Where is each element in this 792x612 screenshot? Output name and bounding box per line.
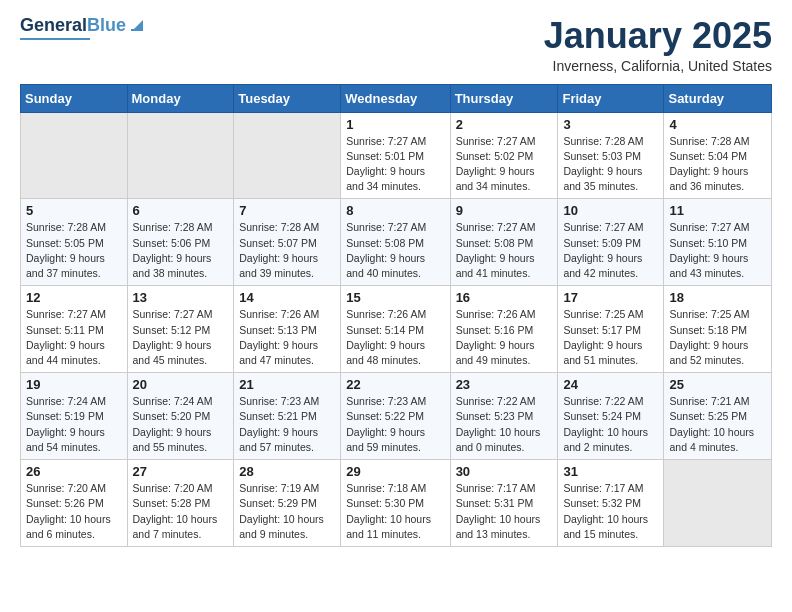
month-title: January 2025 bbox=[544, 16, 772, 56]
day-info: Sunrise: 7:20 AM Sunset: 5:28 PM Dayligh… bbox=[133, 481, 229, 542]
day-number: 1 bbox=[346, 117, 444, 132]
day-info: Sunrise: 7:25 AM Sunset: 5:17 PM Dayligh… bbox=[563, 307, 658, 368]
calendar-cell: 27Sunrise: 7:20 AM Sunset: 5:28 PM Dayli… bbox=[127, 460, 234, 547]
calendar-cell: 9Sunrise: 7:27 AM Sunset: 5:08 PM Daylig… bbox=[450, 199, 558, 286]
calendar-cell: 17Sunrise: 7:25 AM Sunset: 5:17 PM Dayli… bbox=[558, 286, 664, 373]
day-info: Sunrise: 7:27 AM Sunset: 5:01 PM Dayligh… bbox=[346, 134, 444, 195]
calendar-cell: 18Sunrise: 7:25 AM Sunset: 5:18 PM Dayli… bbox=[664, 286, 772, 373]
weekday-sunday: Sunday bbox=[21, 84, 128, 112]
day-info: Sunrise: 7:20 AM Sunset: 5:26 PM Dayligh… bbox=[26, 481, 122, 542]
calendar-cell: 16Sunrise: 7:26 AM Sunset: 5:16 PM Dayli… bbox=[450, 286, 558, 373]
day-number: 29 bbox=[346, 464, 444, 479]
day-info: Sunrise: 7:22 AM Sunset: 5:23 PM Dayligh… bbox=[456, 394, 553, 455]
day-number: 5 bbox=[26, 203, 122, 218]
day-number: 27 bbox=[133, 464, 229, 479]
day-number: 4 bbox=[669, 117, 766, 132]
calendar-week-3: 12Sunrise: 7:27 AM Sunset: 5:11 PM Dayli… bbox=[21, 286, 772, 373]
calendar-cell: 15Sunrise: 7:26 AM Sunset: 5:14 PM Dayli… bbox=[341, 286, 450, 373]
day-number: 20 bbox=[133, 377, 229, 392]
day-info: Sunrise: 7:28 AM Sunset: 5:04 PM Dayligh… bbox=[669, 134, 766, 195]
logo-underline bbox=[20, 38, 90, 40]
day-info: Sunrise: 7:28 AM Sunset: 5:05 PM Dayligh… bbox=[26, 220, 122, 281]
calendar-cell bbox=[664, 460, 772, 547]
day-info: Sunrise: 7:18 AM Sunset: 5:30 PM Dayligh… bbox=[346, 481, 444, 542]
day-number: 9 bbox=[456, 203, 553, 218]
day-number: 18 bbox=[669, 290, 766, 305]
day-number: 25 bbox=[669, 377, 766, 392]
day-info: Sunrise: 7:17 AM Sunset: 5:31 PM Dayligh… bbox=[456, 481, 553, 542]
day-number: 7 bbox=[239, 203, 335, 218]
weekday-header-row: SundayMondayTuesdayWednesdayThursdayFrid… bbox=[21, 84, 772, 112]
calendar-cell: 20Sunrise: 7:24 AM Sunset: 5:20 PM Dayli… bbox=[127, 373, 234, 460]
day-info: Sunrise: 7:22 AM Sunset: 5:24 PM Dayligh… bbox=[563, 394, 658, 455]
day-number: 14 bbox=[239, 290, 335, 305]
day-info: Sunrise: 7:26 AM Sunset: 5:16 PM Dayligh… bbox=[456, 307, 553, 368]
day-info: Sunrise: 7:27 AM Sunset: 5:12 PM Dayligh… bbox=[133, 307, 229, 368]
calendar-table: SundayMondayTuesdayWednesdayThursdayFrid… bbox=[20, 84, 772, 547]
weekday-friday: Friday bbox=[558, 84, 664, 112]
calendar-cell bbox=[21, 112, 128, 199]
calendar-cell: 7Sunrise: 7:28 AM Sunset: 5:07 PM Daylig… bbox=[234, 199, 341, 286]
calendar-cell: 25Sunrise: 7:21 AM Sunset: 5:25 PM Dayli… bbox=[664, 373, 772, 460]
calendar-cell bbox=[234, 112, 341, 199]
day-info: Sunrise: 7:27 AM Sunset: 5:02 PM Dayligh… bbox=[456, 134, 553, 195]
calendar-cell: 1Sunrise: 7:27 AM Sunset: 5:01 PM Daylig… bbox=[341, 112, 450, 199]
day-number: 22 bbox=[346, 377, 444, 392]
svg-marker-0 bbox=[133, 20, 143, 30]
calendar-cell: 28Sunrise: 7:19 AM Sunset: 5:29 PM Dayli… bbox=[234, 460, 341, 547]
calendar-cell: 11Sunrise: 7:27 AM Sunset: 5:10 PM Dayli… bbox=[664, 199, 772, 286]
calendar-cell bbox=[127, 112, 234, 199]
day-number: 28 bbox=[239, 464, 335, 479]
calendar-cell: 22Sunrise: 7:23 AM Sunset: 5:22 PM Dayli… bbox=[341, 373, 450, 460]
weekday-wednesday: Wednesday bbox=[341, 84, 450, 112]
calendar-cell: 31Sunrise: 7:17 AM Sunset: 5:32 PM Dayli… bbox=[558, 460, 664, 547]
calendar-cell: 19Sunrise: 7:24 AM Sunset: 5:19 PM Dayli… bbox=[21, 373, 128, 460]
day-number: 2 bbox=[456, 117, 553, 132]
logo-text-general: GeneralBlue bbox=[20, 16, 126, 36]
location-subtitle: Inverness, California, United States bbox=[544, 58, 772, 74]
calendar-cell: 14Sunrise: 7:26 AM Sunset: 5:13 PM Dayli… bbox=[234, 286, 341, 373]
calendar-cell: 8Sunrise: 7:27 AM Sunset: 5:08 PM Daylig… bbox=[341, 199, 450, 286]
calendar-cell: 4Sunrise: 7:28 AM Sunset: 5:04 PM Daylig… bbox=[664, 112, 772, 199]
calendar-cell: 6Sunrise: 7:28 AM Sunset: 5:06 PM Daylig… bbox=[127, 199, 234, 286]
weekday-thursday: Thursday bbox=[450, 84, 558, 112]
calendar-cell: 29Sunrise: 7:18 AM Sunset: 5:30 PM Dayli… bbox=[341, 460, 450, 547]
calendar-cell: 3Sunrise: 7:28 AM Sunset: 5:03 PM Daylig… bbox=[558, 112, 664, 199]
day-number: 17 bbox=[563, 290, 658, 305]
day-number: 13 bbox=[133, 290, 229, 305]
day-info: Sunrise: 7:27 AM Sunset: 5:09 PM Dayligh… bbox=[563, 220, 658, 281]
weekday-monday: Monday bbox=[127, 84, 234, 112]
day-number: 16 bbox=[456, 290, 553, 305]
day-number: 26 bbox=[26, 464, 122, 479]
logo-icon bbox=[129, 16, 145, 32]
day-number: 10 bbox=[563, 203, 658, 218]
calendar-week-5: 26Sunrise: 7:20 AM Sunset: 5:26 PM Dayli… bbox=[21, 460, 772, 547]
day-info: Sunrise: 7:17 AM Sunset: 5:32 PM Dayligh… bbox=[563, 481, 658, 542]
day-number: 30 bbox=[456, 464, 553, 479]
calendar-cell: 23Sunrise: 7:22 AM Sunset: 5:23 PM Dayli… bbox=[450, 373, 558, 460]
day-number: 23 bbox=[456, 377, 553, 392]
calendar-cell: 13Sunrise: 7:27 AM Sunset: 5:12 PM Dayli… bbox=[127, 286, 234, 373]
day-info: Sunrise: 7:25 AM Sunset: 5:18 PM Dayligh… bbox=[669, 307, 766, 368]
day-number: 3 bbox=[563, 117, 658, 132]
calendar-cell: 24Sunrise: 7:22 AM Sunset: 5:24 PM Dayli… bbox=[558, 373, 664, 460]
day-number: 15 bbox=[346, 290, 444, 305]
day-info: Sunrise: 7:28 AM Sunset: 5:03 PM Dayligh… bbox=[563, 134, 658, 195]
day-info: Sunrise: 7:27 AM Sunset: 5:10 PM Dayligh… bbox=[669, 220, 766, 281]
day-number: 21 bbox=[239, 377, 335, 392]
day-info: Sunrise: 7:27 AM Sunset: 5:11 PM Dayligh… bbox=[26, 307, 122, 368]
header: GeneralBlue January 2025 Inverness, Cali… bbox=[20, 16, 772, 74]
day-number: 6 bbox=[133, 203, 229, 218]
day-info: Sunrise: 7:26 AM Sunset: 5:14 PM Dayligh… bbox=[346, 307, 444, 368]
day-info: Sunrise: 7:28 AM Sunset: 5:07 PM Dayligh… bbox=[239, 220, 335, 281]
calendar-cell: 26Sunrise: 7:20 AM Sunset: 5:26 PM Dayli… bbox=[21, 460, 128, 547]
calendar-cell: 10Sunrise: 7:27 AM Sunset: 5:09 PM Dayli… bbox=[558, 199, 664, 286]
day-number: 8 bbox=[346, 203, 444, 218]
day-number: 24 bbox=[563, 377, 658, 392]
day-info: Sunrise: 7:24 AM Sunset: 5:19 PM Dayligh… bbox=[26, 394, 122, 455]
calendar-week-4: 19Sunrise: 7:24 AM Sunset: 5:19 PM Dayli… bbox=[21, 373, 772, 460]
title-section: January 2025 Inverness, California, Unit… bbox=[544, 16, 772, 74]
day-info: Sunrise: 7:27 AM Sunset: 5:08 PM Dayligh… bbox=[346, 220, 444, 281]
weekday-saturday: Saturday bbox=[664, 84, 772, 112]
day-info: Sunrise: 7:28 AM Sunset: 5:06 PM Dayligh… bbox=[133, 220, 229, 281]
